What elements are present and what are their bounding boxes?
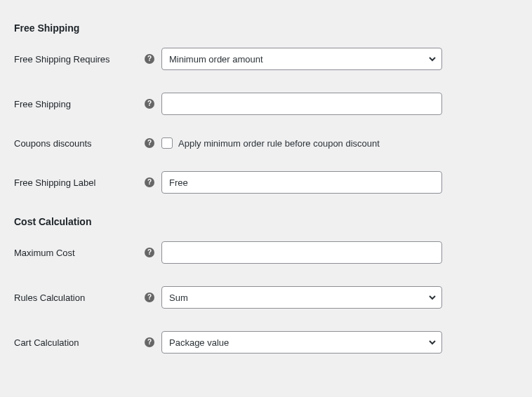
free-shipping-amount-label: Free Shipping <box>14 99 71 109</box>
cost-calculation-heading: Cost Calculation <box>14 216 518 227</box>
select-value: Package value <box>169 337 229 348</box>
rules-calculation-row: Rules Calculation ? Sum <box>14 286 518 309</box>
free-shipping-heading: Free Shipping <box>14 22 518 34</box>
coupons-discounts-checkbox-label: Apply minimum order rule before coupon d… <box>178 138 380 149</box>
rules-calculation-select[interactable]: Sum <box>161 286 442 309</box>
help-icon[interactable]: ? <box>145 138 154 148</box>
help-icon[interactable]: ? <box>145 177 154 187</box>
free-shipping-amount-row: Free Shipping ? <box>14 93 518 115</box>
help-icon[interactable]: ? <box>145 54 154 64</box>
coupons-discounts-checkbox[interactable] <box>161 137 173 149</box>
free-shipping-amount-input[interactable] <box>161 93 442 115</box>
select-value: Sum <box>169 292 188 303</box>
coupons-discounts-row: Coupons discounts ? Apply minimum order … <box>14 137 518 149</box>
maximum-cost-input[interactable] <box>161 241 442 264</box>
free-shipping-label-input[interactable] <box>161 171 442 194</box>
help-icon[interactable]: ? <box>145 292 154 302</box>
maximum-cost-row: Maximum Cost ? <box>14 241 518 264</box>
free-shipping-requires-select[interactable]: Minimum order amount <box>161 48 442 70</box>
free-shipping-label-row: Free Shipping Label ? <box>14 171 518 194</box>
help-icon[interactable]: ? <box>145 337 154 347</box>
coupons-discounts-label: Coupons discounts <box>14 138 92 149</box>
rules-calculation-label: Rules Calculation <box>14 292 85 303</box>
cart-calculation-label: Cart Calculation <box>14 337 79 348</box>
select-value: Minimum order amount <box>169 54 263 65</box>
cart-calculation-row: Cart Calculation ? Package value <box>14 331 518 354</box>
free-shipping-requires-label: Free Shipping Requires <box>14 54 110 65</box>
help-icon[interactable]: ? <box>145 99 154 109</box>
help-icon[interactable]: ? <box>145 248 154 257</box>
maximum-cost-label: Maximum Cost <box>14 248 75 258</box>
free-shipping-requires-row: Free Shipping Requires ? Minimum order a… <box>14 48 518 70</box>
cart-calculation-select[interactable]: Package value <box>161 331 442 354</box>
free-shipping-label-label: Free Shipping Label <box>14 177 95 188</box>
